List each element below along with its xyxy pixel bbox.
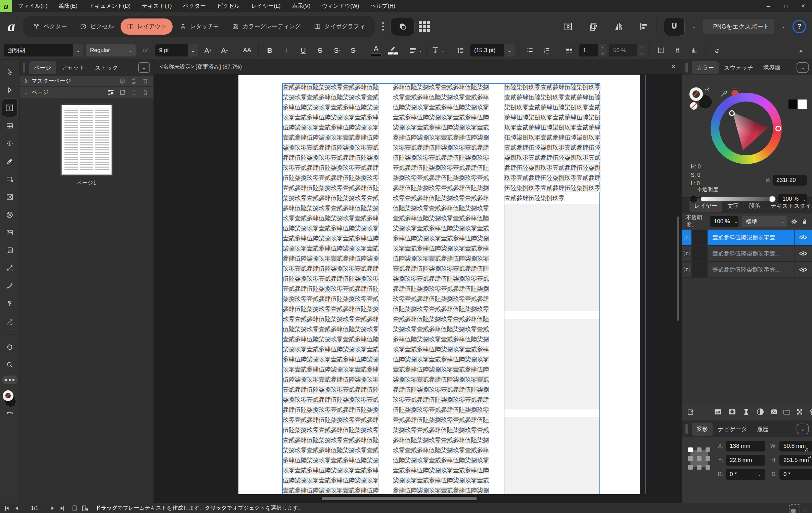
- tab-assets[interactable]: アセット: [57, 61, 90, 74]
- document-page[interactable]: 壹貳參肆伍陸柒捌玖零壹貳參肆伍陸柒捌玖零壹貳參肆伍陸柒捌玖零壹貳參肆伍陸柒捌玖零…: [238, 75, 640, 494]
- edit-all-layers-icon[interactable]: [687, 408, 695, 416]
- more-tools-button[interactable]: [2, 376, 18, 384]
- duplicate-master-icon[interactable]: [130, 78, 137, 84]
- hue-marker[interactable]: [775, 126, 781, 131]
- add-page-icon[interactable]: [119, 89, 126, 96]
- style-picker-tool[interactable]: [2, 295, 18, 313]
- vertical-scrollbar[interactable]: [677, 216, 679, 321]
- menu-pixel[interactable]: ピクセル: [211, 0, 246, 12]
- tab-stroke[interactable]: 境界線: [759, 61, 785, 74]
- stroke-fill-wells[interactable]: [2, 389, 18, 409]
- pen-tool[interactable]: [2, 152, 18, 170]
- close-icon[interactable]: ✕: [794, 0, 812, 12]
- stroke-fill-selector[interactable]: [690, 87, 715, 110]
- collapse-icon[interactable]: ⌄: [24, 90, 28, 95]
- layer-thumbnail[interactable]: [691, 230, 707, 245]
- font-size-select[interactable]: 9 pt ⌄: [155, 44, 198, 56]
- font-family-select[interactable]: 游明朝 ⌄: [4, 44, 83, 56]
- document-tab[interactable]: <名称未設定> [変更済み] (87.7%) ✕: [154, 60, 682, 74]
- text-language-button[interactable]: A: [390, 17, 415, 36]
- bw-swatch-pair[interactable]: [788, 100, 807, 109]
- delete-master-icon[interactable]: [142, 78, 149, 84]
- menu-view[interactable]: 表示(V): [286, 0, 316, 12]
- panel-menu-button[interactable]: ⌄: [796, 424, 809, 434]
- column-count-stepper[interactable]: 1 ⌃⌄: [579, 44, 607, 56]
- panel-drag-handle[interactable]: [686, 62, 688, 73]
- panel-menu-button[interactable]: ⌄: [796, 62, 809, 73]
- help-button[interactable]: ?: [792, 20, 806, 33]
- triangle-marker[interactable]: [729, 110, 735, 116]
- rotation-select[interactable]: 0 °⌄: [726, 469, 765, 480]
- page1-thumbnail[interactable]: [61, 105, 112, 175]
- artistic-text-tool[interactable]: [2, 134, 18, 152]
- duplicate-page-icon[interactable]: [130, 89, 137, 96]
- opacity-slider[interactable]: [701, 197, 775, 201]
- font-color-button[interactable]: A: [369, 43, 383, 58]
- group-icon[interactable]: [783, 408, 791, 416]
- maximize-icon[interactable]: □: [777, 0, 794, 12]
- zoom-tool[interactable]: [2, 356, 18, 374]
- picture-frame-ellipse-tool[interactable]: [2, 206, 18, 223]
- persona-typography[interactable]: タイポグラフィ: [308, 19, 371, 35]
- highlight-color-button[interactable]: [386, 43, 400, 58]
- move-tool[interactable]: [2, 63, 18, 81]
- layer-row[interactable]: T 壹貳參肆伍陸柒捌玖零壹...: [682, 246, 812, 262]
- superscript-button[interactable]: S•: [330, 43, 344, 58]
- snapping-dropdown-icon[interactable]: ⌄: [692, 24, 696, 29]
- paragraph-align-button[interactable]: ⌄: [408, 43, 423, 58]
- shear-select[interactable]: 0 °⌄: [779, 469, 812, 480]
- persona-vector[interactable]: ベクター: [27, 19, 73, 35]
- visibility-toggle[interactable]: [794, 246, 812, 261]
- persona-pixel[interactable]: ピクセル: [74, 19, 120, 35]
- text-frame-button[interactable]: T: [654, 43, 668, 58]
- tab-color[interactable]: カラー: [692, 61, 719, 74]
- eyedropper-icon[interactable]: [720, 89, 728, 98]
- close-document-icon[interactable]: ✕: [671, 63, 676, 70]
- menu-text[interactable]: テキスト(T): [136, 0, 178, 12]
- panel-drag-handle[interactable]: [686, 424, 688, 434]
- persona-retouch[interactable]: レタッチ中: [173, 19, 225, 35]
- italic-button[interactable]: I: [280, 43, 293, 58]
- tab-pages[interactable]: ページ: [29, 61, 56, 74]
- decrease-size-button[interactable]: A−: [218, 43, 232, 58]
- tab-navigator[interactable]: ナビゲータ: [713, 423, 752, 436]
- stepper-arrows-icon[interactable]: ⌃⌄: [599, 44, 607, 56]
- stepper-arrows-icon[interactable]: ⌃⌄: [637, 44, 645, 56]
- previous-page-icon[interactable]: [13, 505, 20, 511]
- toolbar-overflow-button[interactable]: [378, 22, 388, 31]
- blend-mode-select[interactable]: 標準 ⌄: [742, 216, 787, 227]
- panel-drag-handle[interactable]: [23, 62, 25, 73]
- bullet-list-button[interactable]: [523, 43, 537, 58]
- hex-input[interactable]: 231F20: [773, 175, 807, 186]
- menu-help[interactable]: ヘルプ(H): [365, 0, 401, 12]
- horizontal-scrollbar[interactable]: [322, 497, 477, 500]
- menu-edit[interactable]: 編集(E): [53, 0, 83, 12]
- preview-mode-icon[interactable]: [563, 22, 573, 32]
- view-hand-tool[interactable]: [2, 338, 18, 356]
- strikethrough-button[interactable]: S: [313, 43, 327, 58]
- constraints-widget[interactable]: ⌄: [789, 504, 807, 513]
- chevron-down-icon[interactable]: ⌄: [804, 507, 807, 512]
- leading-select[interactable]: (15.3 pt) ⌄: [470, 44, 515, 56]
- gradient-tool[interactable]: [2, 277, 18, 295]
- menu-layer[interactable]: レイヤー(L): [245, 0, 286, 12]
- place-image-tool[interactable]: [2, 223, 18, 241]
- page-preview-icon[interactable]: [81, 505, 88, 512]
- fill-layer-icon[interactable]: [795, 408, 804, 416]
- master-pages-section[interactable]: ❯ マスターページ: [20, 75, 153, 87]
- glyph-browser-button[interactable]: [688, 43, 701, 58]
- frame-text-tool[interactable]: [2, 99, 18, 117]
- hsl-triangle[interactable]: [720, 102, 772, 155]
- delete-page-icon[interactable]: [142, 89, 149, 96]
- align-icon[interactable]: [639, 22, 649, 32]
- picture-frame-rect-tool[interactable]: [2, 188, 18, 206]
- text-column-2[interactable]: 參肆伍陸柒捌玖零壹貳參肆伍陸柒捌玖零壹貳參肆伍陸柒捌玖零壹貳參肆伍陸柒捌玖零壹貳…: [393, 84, 489, 494]
- x-input[interactable]: 138 mm: [726, 441, 765, 452]
- color-picker-tool[interactable]: [2, 313, 18, 330]
- flip-icon[interactable]: [613, 22, 624, 32]
- column-gutter-stepper[interactable]: 50 % ⌃⌄: [609, 44, 645, 56]
- color-wheel[interactable]: [710, 93, 782, 164]
- swap-colors-icon[interactable]: [5, 410, 14, 415]
- tab-history[interactable]: 履歴: [753, 423, 773, 436]
- anchor-point-selector[interactable]: [688, 448, 710, 470]
